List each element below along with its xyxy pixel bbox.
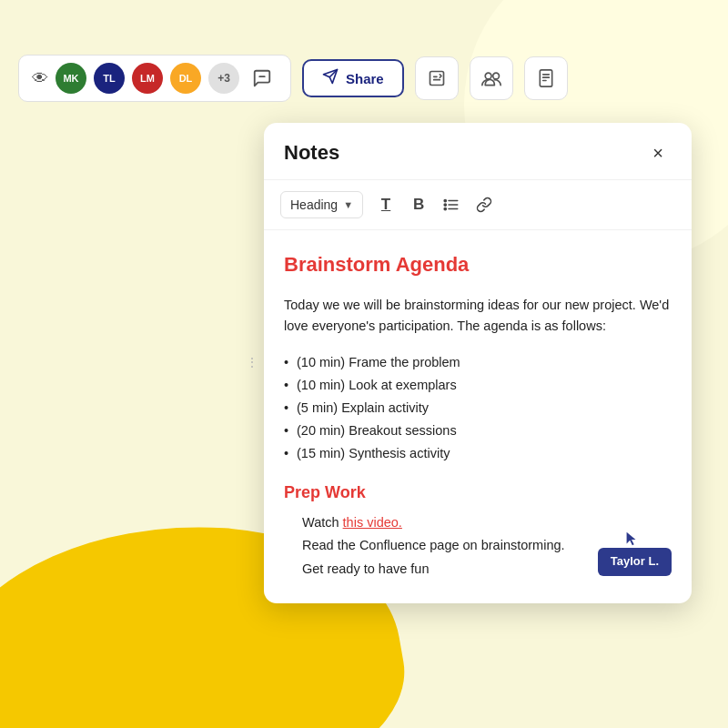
video-link[interactable]: this video. xyxy=(343,515,402,530)
bold-tool-button[interactable]: B xyxy=(403,189,434,220)
content-main-heading: Brainstorm Agenda xyxy=(284,248,672,280)
eye-icon[interactable]: 👁 xyxy=(32,69,48,88)
quote-icon-button[interactable] xyxy=(415,56,459,100)
list-item: (5 min) Explain activity xyxy=(284,398,672,419)
svg-point-5 xyxy=(492,73,499,79)
svg-point-13 xyxy=(444,199,446,201)
heading-dropdown-label: Heading xyxy=(290,197,338,212)
editor-content: Brainstorm Agenda Today we we will be br… xyxy=(264,230,692,603)
agenda-bullet-list: (10 min) Frame the problem (10 min) Look… xyxy=(284,352,672,465)
chevron-down-icon: ▼ xyxy=(343,199,353,210)
editor-toolbar: Heading ▼ T B xyxy=(264,180,692,230)
page-icon-button[interactable] xyxy=(524,56,568,100)
avatar-overflow[interactable]: +3 xyxy=(208,63,239,94)
close-button[interactable]: × xyxy=(644,139,672,167)
svg-point-4 xyxy=(485,73,491,79)
svg-point-14 xyxy=(444,204,446,206)
share-label: Share xyxy=(346,71,384,86)
send-icon xyxy=(322,68,339,88)
notes-title: Notes xyxy=(284,141,339,165)
avatar-lm[interactable]: LM xyxy=(132,63,163,94)
avatar-mk[interactable]: MK xyxy=(56,63,86,94)
content-body-text: Today we we will be brainstorming ideas … xyxy=(284,295,672,337)
notes-header: Notes × xyxy=(264,123,692,180)
bullet-list-tool-button[interactable] xyxy=(436,189,467,220)
main-toolbar: 👁 MK TL LM DL +3 Share xyxy=(18,55,710,102)
share-button[interactable]: Share xyxy=(302,59,404,97)
list-item: (15 min) Synthesis activity xyxy=(284,443,672,464)
comment-icon[interactable] xyxy=(247,63,278,94)
toolbar-left-group: 👁 MK TL LM DL +3 xyxy=(18,55,291,102)
list-item: (20 min) Breakout sessions xyxy=(284,420,672,441)
avatar-tl[interactable]: TL xyxy=(94,63,125,94)
svg-rect-3 xyxy=(430,72,443,86)
svg-point-15 xyxy=(444,207,446,209)
prep-work-heading: Prep Work xyxy=(284,480,672,506)
heading-dropdown[interactable]: Heading ▼ xyxy=(280,191,363,218)
avatar-dl[interactable]: DL xyxy=(170,63,201,94)
notes-panel: Notes × Heading ▼ T B xyxy=(264,123,692,603)
list-item: (10 min) Look at exemplars xyxy=(284,375,672,396)
cursor-arrow-icon xyxy=(624,531,639,550)
cursor-tooltip: Taylor L. xyxy=(598,531,672,576)
cursor-user-label: Taylor L. xyxy=(598,548,672,576)
text-color-tool-button[interactable]: T xyxy=(370,189,401,220)
group-icon-button[interactable] xyxy=(470,56,513,100)
list-item: (10 min) Frame the problem xyxy=(284,352,672,373)
link-tool-button[interactable] xyxy=(469,189,500,220)
